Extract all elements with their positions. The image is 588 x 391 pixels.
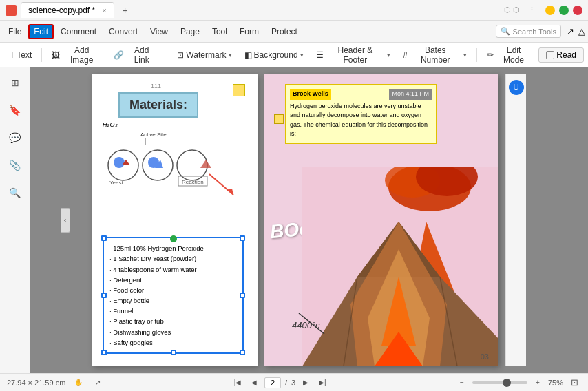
right-sticky-note[interactable]	[274, 114, 284, 124]
menu-bar: File Edit Comment Convert View Page Tool…	[0, 21, 588, 43]
handle-bl[interactable]	[101, 350, 107, 355]
search-icon: 🔍	[501, 27, 510, 36]
annotation-text: Hydrogen peroxide molecules are very uns…	[290, 102, 432, 139]
page-separator: /	[285, 379, 287, 387]
sidebar-comments-icon[interactable]: 💬	[6, 128, 25, 147]
handle-resize-top[interactable]	[170, 235, 177, 242]
search-label: Search Tools	[513, 28, 556, 36]
read-button[interactable]: Read	[538, 47, 584, 63]
zoom-out-button[interactable]: −	[456, 377, 468, 389]
menu-convert[interactable]: Convert	[103, 24, 143, 39]
sidebar-bookmarks-icon[interactable]: 🔖	[6, 101, 25, 120]
external-link-icon[interactable]: ↗	[567, 26, 574, 36]
select-tool-button[interactable]: ↗	[92, 377, 104, 389]
toolbar-separator	[41, 48, 42, 62]
title-bar: science-copy.pdf * × + ⬡ ⬡ ⋮	[0, 0, 588, 21]
status-right: − + 75% ⊡	[456, 376, 581, 390]
ingredient-2: · 1 Sachet Dry Yeast (powder)	[109, 253, 237, 264]
menu-page[interactable]: Page	[175, 24, 205, 39]
next-page-button[interactable]: ▶	[300, 377, 312, 389]
annotation-box: Brook Wells Mon 4:11 PM Hydrogen peroxid…	[285, 84, 437, 144]
bates-number-button[interactable]: # Bates Number ▾	[397, 43, 472, 67]
first-page-button[interactable]: |◀	[231, 377, 244, 389]
link-icon: 🔗	[114, 50, 124, 60]
ingredients-list: · 125ml 10% Hydrogen Peroxide · 1 Sachet…	[109, 243, 237, 348]
sidebar-pages-icon[interactable]: ⊞	[6, 73, 25, 92]
menu-protect[interactable]: Protect	[266, 24, 303, 39]
annotation-header: Brook Wells Mon 4:11 PM	[290, 89, 432, 100]
close-icon[interactable]: ×	[102, 6, 106, 14]
status-bar: 27.94 × 21.59 cm ✋ ↗ |◀ ◀ / 3 ▶ ▶| − + 7…	[0, 373, 588, 391]
maximize-button[interactable]	[559, 6, 569, 15]
background-button[interactable]: ◧ Background ▾	[239, 47, 309, 63]
new-tab-button[interactable]: +	[118, 3, 132, 17]
chevron-down-icon-4: ▾	[463, 52, 467, 59]
total-pages: 3	[291, 379, 295, 387]
bates-icon: #	[403, 50, 408, 60]
left-sidebar: ⊞ 🔖 💬 📎 🔍	[0, 67, 30, 373]
ingredient-10: · Safty goggles	[109, 337, 237, 348]
collapse-sidebar-button[interactable]: ‹	[61, 208, 70, 233]
right-page: Brook Wells Mon 4:11 PM Hydrogen peroxid…	[264, 74, 498, 366]
zoom-thumb[interactable]	[503, 379, 511, 387]
menu-tool[interactable]: Tool	[207, 24, 233, 39]
close-button[interactable]	[573, 6, 582, 15]
zoom-in-button[interactable]: +	[532, 377, 544, 389]
handle-bm[interactable]	[171, 350, 176, 355]
menu-form[interactable]: Form	[234, 24, 264, 39]
zoom-slider[interactable]	[472, 381, 527, 384]
ingredient-6: · Empty bottle	[109, 295, 237, 306]
left-page: Materials: 111 H₂O₂ Active Site	[92, 74, 258, 366]
document-area: ‹ Materials: 111 H₂O₂ Active Site	[30, 67, 588, 373]
tab-item[interactable]: science-copy.pdf * ×	[21, 2, 114, 18]
temp-line-svg	[295, 310, 330, 337]
ingredient-4: · Detergent	[109, 275, 237, 285]
handle-tr[interactable]	[240, 235, 245, 241]
chevron-down-icon-3: ▾	[387, 52, 390, 59]
edit-mode-button[interactable]: ✏ Edit Mode	[481, 43, 538, 67]
h2o2-diagram: H₂O₂ Active Site	[103, 121, 223, 190]
add-link-button[interactable]: 🔗 Add Link	[108, 43, 162, 67]
add-image-button[interactable]: 🖼 Add Image	[46, 43, 107, 67]
ingredient-8: · Plastic tray or tub	[109, 316, 237, 326]
user-avatar[interactable]: U	[509, 80, 524, 95]
handle-br[interactable]	[240, 350, 245, 355]
page-dimensions: 27.94 × 21.59 cm	[7, 379, 65, 387]
menu-view[interactable]: View	[145, 24, 174, 39]
menu-edit[interactable]: Edit	[28, 24, 54, 39]
svg-text:Reaction: Reaction	[182, 179, 204, 185]
read-checkbox	[546, 51, 554, 59]
prev-page-button[interactable]: ◀	[248, 377, 260, 389]
last-page-button[interactable]: ▶|	[316, 377, 328, 389]
background-icon: ◧	[244, 50, 252, 60]
ruler-marker: 111	[151, 83, 161, 89]
sticky-note-icon[interactable]	[233, 84, 245, 96]
header-footer-button[interactable]: ☰ Header & Footer ▾	[311, 43, 397, 67]
ingredient-7: · Funnel	[109, 306, 237, 316]
watermark-button[interactable]: ⊡ Watermark ▾	[171, 47, 237, 63]
hand-tool-button[interactable]: ✋	[72, 377, 85, 389]
menu-comment[interactable]: Comment	[55, 24, 102, 39]
title-bar-right: ⬡ ⬡ ⋮	[504, 6, 582, 15]
title-bar-left: science-copy.pdf * × +	[6, 2, 132, 18]
ingredients-box[interactable]: · 125ml 10% Hydrogen Peroxide · 1 Sachet…	[103, 237, 244, 354]
sidebar-search-icon[interactable]: 🔍	[6, 183, 25, 202]
sidebar-attachments-icon[interactable]: 📎	[6, 156, 25, 175]
ingredient-3: · 4 tablespoons of warm water	[109, 264, 237, 275]
handle-mr[interactable]	[240, 293, 245, 298]
enzyme-svg: Active Site Reaction Yeast	[103, 129, 223, 188]
text-tool-button[interactable]: T Text	[4, 47, 37, 63]
handle-tl[interactable]	[101, 235, 107, 241]
svg-point-3	[114, 157, 125, 168]
minimize-button[interactable]	[545, 6, 555, 15]
handle-ml[interactable]	[101, 293, 107, 298]
menu-file[interactable]: File	[3, 24, 27, 39]
help-icon[interactable]: △	[578, 26, 585, 36]
materials-title: Materials:	[118, 92, 198, 118]
annotation-author: Brook Wells	[290, 89, 331, 100]
text-icon: T	[10, 50, 14, 60]
fit-page-button[interactable]: ⊡	[567, 376, 581, 390]
svg-line-21	[299, 313, 324, 334]
page-number-input[interactable]	[264, 377, 281, 388]
tab-title: science-copy.pdf *	[28, 6, 95, 15]
